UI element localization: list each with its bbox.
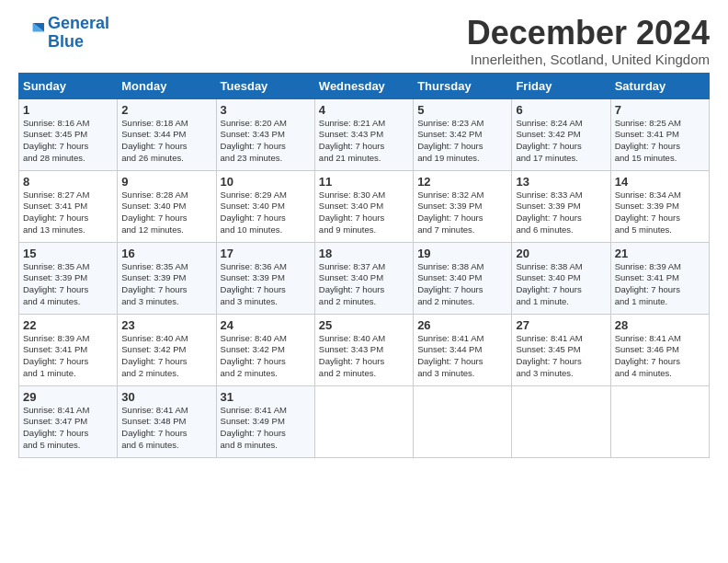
cell-info: Sunrise: 8:40 AM Sunset: 3:42 PM Dayligh…	[121, 333, 211, 380]
calendar-cell: 25Sunrise: 8:40 AM Sunset: 3:43 PM Dayli…	[314, 314, 413, 385]
week-row-1: 1Sunrise: 8:16 AM Sunset: 3:45 PM Daylig…	[19, 98, 710, 170]
header-day-thursday: Thursday	[414, 73, 512, 98]
day-number: 28	[615, 318, 705, 332]
day-number: 4	[319, 103, 409, 117]
calendar-cell: 14Sunrise: 8:34 AM Sunset: 3:39 PM Dayli…	[610, 170, 709, 242]
day-number: 22	[23, 318, 113, 332]
calendar-cell: 9Sunrise: 8:28 AM Sunset: 3:40 PM Daylig…	[118, 170, 216, 242]
location-subtitle: Innerleithen, Scotland, United Kingdom	[467, 52, 710, 67]
calendar-cell: 17Sunrise: 8:36 AM Sunset: 3:39 PM Dayli…	[216, 242, 314, 314]
day-number: 2	[121, 103, 211, 117]
cell-info: Sunrise: 8:23 AM Sunset: 3:42 PM Dayligh…	[417, 118, 507, 165]
day-number: 8	[23, 175, 113, 189]
cell-info: Sunrise: 8:34 AM Sunset: 3:39 PM Dayligh…	[615, 190, 705, 236]
header-day-wednesday: Wednesday	[314, 73, 413, 98]
cell-info: Sunrise: 8:29 AM Sunset: 3:40 PM Dayligh…	[221, 190, 311, 236]
calendar-cell: 18Sunrise: 8:37 AM Sunset: 3:40 PM Dayli…	[314, 242, 413, 314]
cell-info: Sunrise: 8:39 AM Sunset: 3:41 PM Dayligh…	[615, 261, 705, 308]
calendar-cell: 26Sunrise: 8:41 AM Sunset: 3:44 PM Dayli…	[414, 314, 512, 385]
day-number: 11	[319, 175, 409, 189]
cell-info: Sunrise: 8:21 AM Sunset: 3:43 PM Dayligh…	[319, 118, 409, 165]
day-number: 14	[615, 175, 705, 189]
cell-info: Sunrise: 8:18 AM Sunset: 3:44 PM Dayligh…	[121, 118, 211, 165]
day-number: 13	[516, 175, 606, 189]
calendar-cell	[414, 385, 512, 457]
week-row-2: 8Sunrise: 8:27 AM Sunset: 3:41 PM Daylig…	[19, 170, 710, 242]
header-day-monday: Monday	[118, 73, 216, 98]
cell-info: Sunrise: 8:41 AM Sunset: 3:48 PM Dayligh…	[121, 405, 211, 452]
day-number: 15	[23, 247, 113, 260]
logo-general: General	[48, 14, 109, 32]
day-number: 20	[516, 247, 606, 260]
day-number: 19	[417, 247, 507, 260]
cell-info: Sunrise: 8:41 AM Sunset: 3:47 PM Dayligh…	[23, 405, 113, 452]
calendar-cell: 1Sunrise: 8:16 AM Sunset: 3:45 PM Daylig…	[19, 98, 118, 170]
header-day-tuesday: Tuesday	[216, 73, 314, 98]
cell-info: Sunrise: 8:35 AM Sunset: 3:39 PM Dayligh…	[121, 261, 211, 308]
day-number: 12	[417, 175, 507, 189]
calendar-cell: 30Sunrise: 8:41 AM Sunset: 3:48 PM Dayli…	[118, 385, 216, 457]
calendar-cell: 20Sunrise: 8:38 AM Sunset: 3:40 PM Dayli…	[512, 242, 610, 314]
cell-info: Sunrise: 8:41 AM Sunset: 3:49 PM Dayligh…	[221, 405, 311, 452]
header-day-friday: Friday	[512, 73, 610, 98]
day-number: 27	[516, 318, 606, 332]
calendar-cell: 2Sunrise: 8:18 AM Sunset: 3:44 PM Daylig…	[118, 98, 216, 170]
header: General Blue December 2024 Innerleithen,…	[18, 15, 710, 67]
calendar-cell: 15Sunrise: 8:35 AM Sunset: 3:39 PM Dayli…	[19, 242, 118, 314]
day-number: 6	[516, 103, 606, 117]
header-day-saturday: Saturday	[610, 73, 709, 98]
cell-info: Sunrise: 8:25 AM Sunset: 3:41 PM Dayligh…	[615, 118, 705, 165]
cell-info: Sunrise: 8:38 AM Sunset: 3:40 PM Dayligh…	[516, 261, 606, 308]
day-number: 16	[121, 247, 211, 260]
cell-info: Sunrise: 8:40 AM Sunset: 3:43 PM Dayligh…	[319, 333, 409, 380]
calendar-table: SundayMondayTuesdayWednesdayThursdayFrid…	[18, 73, 710, 458]
calendar-cell: 11Sunrise: 8:30 AM Sunset: 3:40 PM Dayli…	[314, 170, 413, 242]
cell-info: Sunrise: 8:20 AM Sunset: 3:43 PM Dayligh…	[221, 118, 311, 165]
calendar-cell: 3Sunrise: 8:20 AM Sunset: 3:43 PM Daylig…	[216, 98, 314, 170]
cell-info: Sunrise: 8:41 AM Sunset: 3:46 PM Dayligh…	[615, 333, 705, 380]
cell-info: Sunrise: 8:30 AM Sunset: 3:40 PM Dayligh…	[319, 190, 409, 236]
calendar-cell: 7Sunrise: 8:25 AM Sunset: 3:41 PM Daylig…	[610, 98, 709, 170]
calendar-cell	[314, 385, 413, 457]
cell-info: Sunrise: 8:38 AM Sunset: 3:40 PM Dayligh…	[417, 261, 507, 308]
day-number: 17	[221, 247, 311, 260]
cell-info: Sunrise: 8:40 AM Sunset: 3:42 PM Dayligh…	[221, 333, 311, 380]
calendar-cell: 6Sunrise: 8:24 AM Sunset: 3:42 PM Daylig…	[512, 98, 610, 170]
calendar-cell	[512, 385, 610, 457]
week-row-5: 29Sunrise: 8:41 AM Sunset: 3:47 PM Dayli…	[19, 385, 710, 457]
cell-info: Sunrise: 8:28 AM Sunset: 3:40 PM Dayligh…	[121, 190, 211, 236]
logo-blue: Blue	[48, 33, 109, 52]
calendar-cell: 16Sunrise: 8:35 AM Sunset: 3:39 PM Dayli…	[118, 242, 216, 314]
calendar-cell: 4Sunrise: 8:21 AM Sunset: 3:43 PM Daylig…	[314, 98, 413, 170]
day-number: 30	[121, 390, 211, 404]
calendar-cell: 24Sunrise: 8:40 AM Sunset: 3:42 PM Dayli…	[216, 314, 314, 385]
month-title: December 2024	[467, 15, 710, 52]
day-number: 1	[23, 103, 113, 117]
calendar-cell: 27Sunrise: 8:41 AM Sunset: 3:45 PM Dayli…	[512, 314, 610, 385]
cell-info: Sunrise: 8:24 AM Sunset: 3:42 PM Dayligh…	[516, 118, 606, 165]
cell-info: Sunrise: 8:41 AM Sunset: 3:45 PM Dayligh…	[516, 333, 606, 380]
cell-info: Sunrise: 8:32 AM Sunset: 3:39 PM Dayligh…	[417, 190, 507, 236]
header-row: SundayMondayTuesdayWednesdayThursdayFrid…	[19, 73, 710, 98]
day-number: 5	[417, 103, 507, 117]
title-block: December 2024 Innerleithen, Scotland, Un…	[467, 15, 710, 67]
cell-info: Sunrise: 8:16 AM Sunset: 3:45 PM Dayligh…	[23, 118, 113, 165]
day-number: 26	[417, 318, 507, 332]
day-number: 7	[615, 103, 705, 117]
logo-icon	[18, 20, 44, 46]
day-number: 21	[615, 247, 705, 260]
day-number: 23	[121, 318, 211, 332]
cell-info: Sunrise: 8:33 AM Sunset: 3:39 PM Dayligh…	[516, 190, 606, 236]
cell-info: Sunrise: 8:35 AM Sunset: 3:39 PM Dayligh…	[23, 261, 113, 308]
day-number: 3	[221, 103, 311, 117]
calendar-cell: 8Sunrise: 8:27 AM Sunset: 3:41 PM Daylig…	[19, 170, 118, 242]
logo-text: General Blue	[48, 15, 109, 52]
calendar-cell: 29Sunrise: 8:41 AM Sunset: 3:47 PM Dayli…	[19, 385, 118, 457]
calendar-cell: 23Sunrise: 8:40 AM Sunset: 3:42 PM Dayli…	[118, 314, 216, 385]
cell-info: Sunrise: 8:37 AM Sunset: 3:40 PM Dayligh…	[319, 261, 409, 308]
calendar-cell: 19Sunrise: 8:38 AM Sunset: 3:40 PM Dayli…	[414, 242, 512, 314]
cell-info: Sunrise: 8:27 AM Sunset: 3:41 PM Dayligh…	[23, 190, 113, 236]
calendar-cell: 12Sunrise: 8:32 AM Sunset: 3:39 PM Dayli…	[414, 170, 512, 242]
calendar-cell: 13Sunrise: 8:33 AM Sunset: 3:39 PM Dayli…	[512, 170, 610, 242]
calendar-cell: 22Sunrise: 8:39 AM Sunset: 3:41 PM Dayli…	[19, 314, 118, 385]
